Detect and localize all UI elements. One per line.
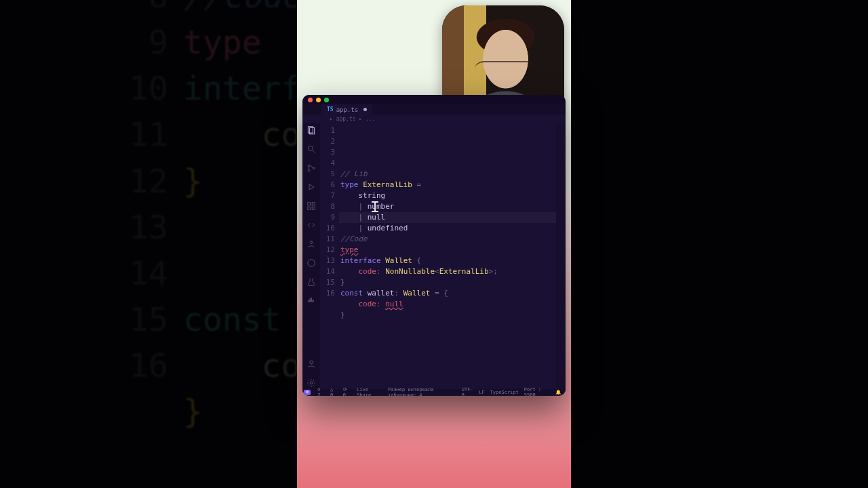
account-icon[interactable] xyxy=(307,359,316,370)
ts-icon: TS xyxy=(327,106,334,113)
svg-point-2 xyxy=(308,146,313,150)
svg-line-3 xyxy=(313,150,315,153)
bg-gutter: 8 9 10 11 12 13 14 15 16 xyxy=(129,0,168,388)
status-encoding[interactable]: UTF-8 xyxy=(462,387,473,396)
github-icon[interactable] xyxy=(307,258,316,269)
svg-point-4 xyxy=(308,165,310,167)
tab-bar: TS app.ts xyxy=(302,104,566,115)
status-port[interactable]: Port : 5500 xyxy=(524,387,550,396)
remote-icon[interactable] xyxy=(307,220,316,231)
phone-column: TS app.ts ▸ app.ts ▸ ... xyxy=(297,0,571,488)
search-icon[interactable] xyxy=(307,144,316,155)
svg-rect-16 xyxy=(312,300,313,302)
svg-rect-10 xyxy=(308,207,311,209)
svg-rect-11 xyxy=(312,207,315,209)
traffic-close-icon[interactable] xyxy=(308,98,313,102)
status-bar: ⌘ ⊘ 2 △ 0 ⟳ 0 Live Share Размер интервал… xyxy=(302,389,566,396)
traffic-max-icon[interactable] xyxy=(324,98,329,102)
live-share-icon[interactable] xyxy=(307,239,316,250)
svg-point-5 xyxy=(308,169,310,171)
tab-label: app.ts xyxy=(336,106,359,113)
svg-rect-9 xyxy=(312,203,315,205)
dirty-indicator-icon xyxy=(363,108,367,111)
status-lang[interactable]: TypeScript xyxy=(490,390,519,395)
tab-app-ts[interactable]: TS app.ts xyxy=(321,104,372,115)
status-errors[interactable]: ⊘ 2 xyxy=(317,387,325,396)
window-titlebar[interactable] xyxy=(302,95,566,104)
svg-point-18 xyxy=(310,361,313,364)
editor-pane[interactable]: 12345678910111213141516 // Libtype Exter… xyxy=(320,123,566,389)
line-gutter: 12345678910111213141516 xyxy=(320,123,339,389)
editor-window: TS app.ts ▸ app.ts ▸ ... xyxy=(302,95,566,396)
code-area[interactable]: // Libtype ExternalLib = string | number… xyxy=(339,123,566,389)
status-liveshare[interactable]: Live Share xyxy=(357,387,381,396)
docker-icon[interactable] xyxy=(307,296,316,307)
svg-rect-15 xyxy=(310,300,311,302)
svg-point-13 xyxy=(308,260,315,267)
svg-point-19 xyxy=(310,382,313,384)
settings-icon[interactable] xyxy=(307,378,316,389)
status-warnings[interactable]: △ 0 xyxy=(330,387,338,396)
test-icon[interactable] xyxy=(307,277,316,288)
remote-indicator[interactable]: ⌘ xyxy=(304,390,311,395)
status-bell-icon[interactable]: 🔔 xyxy=(555,390,561,395)
source-control-icon[interactable] xyxy=(307,163,316,174)
extensions-icon[interactable] xyxy=(307,201,316,212)
status-radio[interactable]: ⟳ 0 xyxy=(343,387,351,396)
current-line-highlight xyxy=(339,212,559,223)
svg-marker-7 xyxy=(309,184,314,190)
svg-rect-8 xyxy=(308,203,311,205)
minimap[interactable] xyxy=(556,123,566,389)
svg-point-6 xyxy=(313,167,315,169)
status-eol[interactable]: LF xyxy=(479,390,484,395)
explorer-icon[interactable] xyxy=(307,125,316,136)
activity-bar xyxy=(302,123,320,389)
debug-icon[interactable] xyxy=(307,182,316,193)
status-indent[interactable]: Размер интервала табуляции: 4 xyxy=(388,387,456,396)
svg-point-12 xyxy=(310,241,313,244)
svg-rect-17 xyxy=(310,298,311,300)
breadcrumb[interactable]: ▸ app.ts ▸ ... xyxy=(302,115,566,123)
svg-rect-14 xyxy=(308,300,309,302)
traffic-min-icon[interactable] xyxy=(316,98,321,102)
